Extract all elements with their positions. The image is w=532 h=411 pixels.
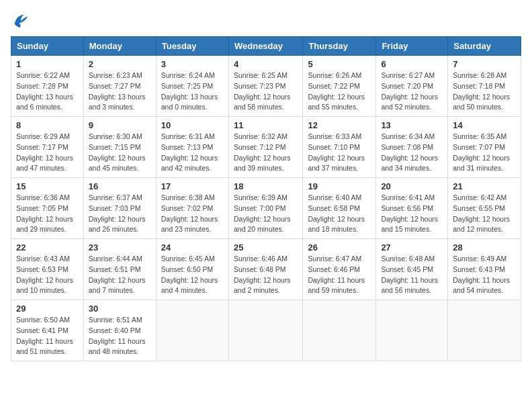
calendar-cell: 13Sunrise: 6:34 AMSunset: 7:08 PMDayligh… xyxy=(376,117,448,178)
calendar-cell: 12Sunrise: 6:33 AMSunset: 7:10 PMDayligh… xyxy=(303,117,376,178)
calendar-cell: 3Sunrise: 6:24 AMSunset: 7:25 PMDaylight… xyxy=(156,56,228,117)
col-header-saturday: Saturday xyxy=(448,37,521,56)
day-info: Sunrise: 6:51 AMSunset: 6:40 PMDaylight:… xyxy=(89,315,151,357)
col-header-tuesday: Tuesday xyxy=(156,37,228,56)
col-header-wednesday: Wednesday xyxy=(228,37,302,56)
calendar-cell: 23Sunrise: 6:44 AMSunset: 6:51 PMDayligh… xyxy=(83,239,156,300)
day-number: 27 xyxy=(381,242,443,253)
calendar-cell: 2Sunrise: 6:23 AMSunset: 7:27 PMDaylight… xyxy=(83,56,156,117)
calendar-cell: 16Sunrise: 6:37 AMSunset: 7:03 PMDayligh… xyxy=(83,178,156,239)
logo-icon xyxy=(11,11,30,30)
calendar-cell: 15Sunrise: 6:36 AMSunset: 7:05 PMDayligh… xyxy=(11,178,84,239)
calendar-cell: 21Sunrise: 6:42 AMSunset: 6:55 PMDayligh… xyxy=(448,178,521,239)
week-row-1: 1Sunrise: 6:22 AMSunset: 7:28 PMDaylight… xyxy=(11,56,521,117)
calendar-cell: 17Sunrise: 6:38 AMSunset: 7:02 PMDayligh… xyxy=(156,178,228,239)
day-number: 10 xyxy=(161,120,224,130)
calendar-cell: 20Sunrise: 6:41 AMSunset: 6:56 PMDayligh… xyxy=(376,178,448,239)
day-number: 14 xyxy=(453,120,516,130)
col-header-friday: Friday xyxy=(376,37,448,56)
day-number: 22 xyxy=(16,242,79,253)
day-info: Sunrise: 6:46 AMSunset: 6:48 PMDaylight:… xyxy=(234,254,298,296)
calendar-cell: 30Sunrise: 6:51 AMSunset: 6:40 PMDayligh… xyxy=(83,300,156,361)
day-number: 29 xyxy=(16,304,79,314)
day-info: Sunrise: 6:25 AMSunset: 7:23 PMDaylight:… xyxy=(234,71,298,113)
day-info: Sunrise: 6:48 AMSunset: 6:45 PMDaylight:… xyxy=(381,254,443,296)
day-info: Sunrise: 6:42 AMSunset: 6:55 PMDaylight:… xyxy=(453,193,516,235)
calendar-cell xyxy=(376,300,448,361)
day-number: 5 xyxy=(308,59,371,69)
day-info: Sunrise: 6:40 AMSunset: 6:58 PMDaylight:… xyxy=(308,193,371,235)
day-info: Sunrise: 6:47 AMSunset: 6:46 PMDaylight:… xyxy=(308,254,371,296)
day-info: Sunrise: 6:33 AMSunset: 7:10 PMDaylight:… xyxy=(308,132,371,174)
calendar-cell: 4Sunrise: 6:25 AMSunset: 7:23 PMDaylight… xyxy=(228,56,302,117)
day-number: 26 xyxy=(308,242,371,253)
calendar-cell: 1Sunrise: 6:22 AMSunset: 7:28 PMDaylight… xyxy=(11,56,84,117)
day-number: 23 xyxy=(89,242,151,253)
calendar-cell xyxy=(303,300,376,361)
calendar-cell: 24Sunrise: 6:45 AMSunset: 6:50 PMDayligh… xyxy=(156,239,228,300)
day-info: Sunrise: 6:49 AMSunset: 6:43 PMDaylight:… xyxy=(453,254,516,296)
day-number: 12 xyxy=(308,120,371,130)
day-info: Sunrise: 6:28 AMSunset: 7:18 PMDaylight:… xyxy=(453,71,516,113)
week-row-2: 8Sunrise: 6:29 AMSunset: 7:17 PMDaylight… xyxy=(11,117,521,178)
day-info: Sunrise: 6:32 AMSunset: 7:12 PMDaylight:… xyxy=(234,132,298,174)
calendar-cell: 10Sunrise: 6:31 AMSunset: 7:13 PMDayligh… xyxy=(156,117,228,178)
day-number: 6 xyxy=(381,59,443,69)
calendar-cell: 8Sunrise: 6:29 AMSunset: 7:17 PMDaylight… xyxy=(11,117,84,178)
calendar-cell: 6Sunrise: 6:27 AMSunset: 7:20 PMDaylight… xyxy=(376,56,448,117)
calendar-cell: 25Sunrise: 6:46 AMSunset: 6:48 PMDayligh… xyxy=(228,239,302,300)
day-info: Sunrise: 6:39 AMSunset: 7:00 PMDaylight:… xyxy=(234,193,298,235)
day-number: 24 xyxy=(161,242,224,253)
day-number: 7 xyxy=(453,59,516,69)
day-info: Sunrise: 6:43 AMSunset: 6:53 PMDaylight:… xyxy=(16,254,79,296)
day-number: 20 xyxy=(381,181,443,191)
day-number: 3 xyxy=(161,59,224,69)
col-header-monday: Monday xyxy=(83,37,156,56)
col-header-thursday: Thursday xyxy=(303,37,376,56)
day-info: Sunrise: 6:29 AMSunset: 7:17 PMDaylight:… xyxy=(16,132,79,174)
calendar-cell xyxy=(448,300,521,361)
col-header-sunday: Sunday xyxy=(11,37,84,56)
day-number: 8 xyxy=(16,120,79,130)
day-number: 13 xyxy=(381,120,443,130)
calendar-cell: 5Sunrise: 6:26 AMSunset: 7:22 PMDaylight… xyxy=(303,56,376,117)
calendar-cell: 19Sunrise: 6:40 AMSunset: 6:58 PMDayligh… xyxy=(303,178,376,239)
day-info: Sunrise: 6:38 AMSunset: 7:02 PMDaylight:… xyxy=(161,193,224,235)
day-number: 9 xyxy=(89,120,151,130)
calendar-cell: 27Sunrise: 6:48 AMSunset: 6:45 PMDayligh… xyxy=(376,239,448,300)
calendar-table: SundayMondayTuesdayWednesdayThursdayFrid… xyxy=(11,36,521,361)
day-number: 21 xyxy=(453,181,516,191)
page-header xyxy=(11,11,521,30)
day-number: 30 xyxy=(89,304,151,314)
day-number: 16 xyxy=(89,181,151,191)
day-number: 28 xyxy=(453,242,516,253)
day-info: Sunrise: 6:41 AMSunset: 6:56 PMDaylight:… xyxy=(381,193,443,235)
day-number: 11 xyxy=(234,120,298,130)
day-info: Sunrise: 6:36 AMSunset: 7:05 PMDaylight:… xyxy=(16,193,79,235)
day-info: Sunrise: 6:44 AMSunset: 6:51 PMDaylight:… xyxy=(89,254,151,296)
calendar-cell: 7Sunrise: 6:28 AMSunset: 7:18 PMDaylight… xyxy=(448,56,521,117)
day-number: 15 xyxy=(16,181,79,191)
day-info: Sunrise: 6:31 AMSunset: 7:13 PMDaylight:… xyxy=(161,132,224,174)
day-number: 2 xyxy=(89,59,151,69)
day-info: Sunrise: 6:34 AMSunset: 7:08 PMDaylight:… xyxy=(381,132,443,174)
calendar-cell: 28Sunrise: 6:49 AMSunset: 6:43 PMDayligh… xyxy=(448,239,521,300)
calendar-cell xyxy=(228,300,302,361)
calendar-header-row: SundayMondayTuesdayWednesdayThursdayFrid… xyxy=(11,37,521,56)
day-info: Sunrise: 6:35 AMSunset: 7:07 PMDaylight:… xyxy=(453,132,516,174)
day-number: 1 xyxy=(16,59,79,69)
day-number: 17 xyxy=(161,181,224,191)
day-number: 25 xyxy=(234,242,298,253)
calendar-cell xyxy=(156,300,228,361)
calendar-cell: 9Sunrise: 6:30 AMSunset: 7:15 PMDaylight… xyxy=(83,117,156,178)
week-row-4: 22Sunrise: 6:43 AMSunset: 6:53 PMDayligh… xyxy=(11,239,521,300)
calendar-cell: 11Sunrise: 6:32 AMSunset: 7:12 PMDayligh… xyxy=(228,117,302,178)
day-info: Sunrise: 6:50 AMSunset: 6:41 PMDaylight:… xyxy=(16,315,79,357)
logo xyxy=(11,11,32,30)
calendar-cell: 14Sunrise: 6:35 AMSunset: 7:07 PMDayligh… xyxy=(448,117,521,178)
day-number: 4 xyxy=(234,59,298,69)
calendar-cell: 18Sunrise: 6:39 AMSunset: 7:00 PMDayligh… xyxy=(228,178,302,239)
day-info: Sunrise: 6:26 AMSunset: 7:22 PMDaylight:… xyxy=(308,71,371,113)
day-info: Sunrise: 6:45 AMSunset: 6:50 PMDaylight:… xyxy=(161,254,224,296)
calendar-cell: 26Sunrise: 6:47 AMSunset: 6:46 PMDayligh… xyxy=(303,239,376,300)
